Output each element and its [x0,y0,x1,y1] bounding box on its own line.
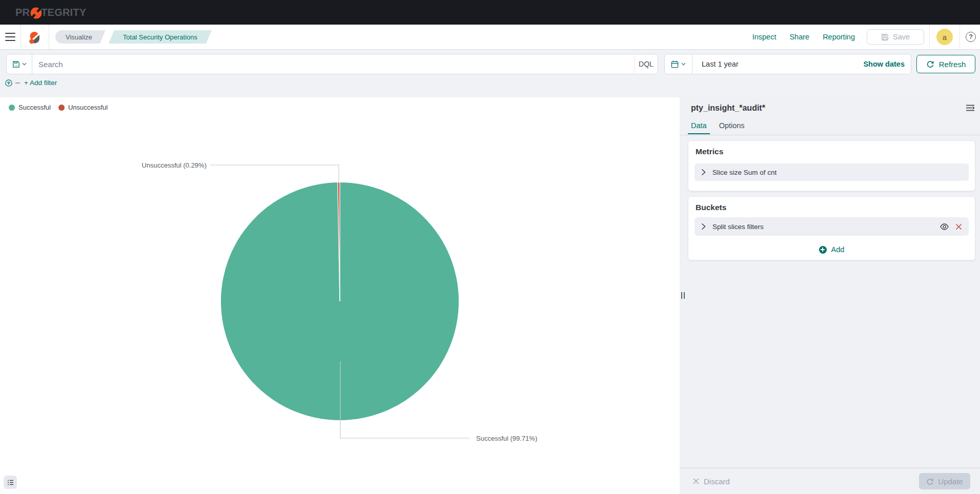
divider [680,135,980,135]
divider [929,25,930,49]
share-link[interactable]: Share [789,33,809,41]
metric-slice-size-row[interactable]: Slice size Sum of cnt [695,163,969,181]
pie-chart: Unsuccessful (0.29%) Successful (99.71%) [0,97,680,494]
brand-header: PR TEGRITY [0,0,980,25]
metrics-heading: Metrics [696,147,975,156]
time-range-value[interactable]: Last 1 year [692,60,863,68]
legend-toggle-button[interactable] [4,476,17,489]
user-avatar[interactable]: a [936,29,953,45]
metric-row-label: Slice size Sum of cnt [712,169,777,176]
divider [959,25,960,49]
refresh-button[interactable]: Refresh [916,55,975,73]
legend-item-successful[interactable]: Successful [9,104,51,111]
app-logo-icon[interactable] [28,31,42,45]
legend-dot-unsuccessful [58,105,65,111]
nav-actions: Inspect Share Reporting Save a ? [746,25,980,49]
save-label: Save [893,33,910,41]
legend-label: Unsuccessful [68,104,108,111]
filter-dash [15,83,20,84]
label-leader-line [210,165,339,183]
save-button[interactable]: Save [867,29,924,45]
search-input[interactable]: Search [32,60,634,69]
divider [49,25,49,49]
bucket-split-slices-row[interactable]: Split slices filters [695,217,969,236]
tab-data[interactable]: Data [688,121,710,134]
plus-icon [819,246,827,254]
legend-dot-successful [9,105,15,111]
chevron-down-icon [22,63,27,66]
save-icon [881,33,889,41]
add-bucket-button[interactable]: Add [688,243,975,256]
chevron-right-icon [701,223,706,230]
pie-label-unsuccessful: Unsuccessful (0.29%) [142,161,207,169]
filter-icon [5,79,12,87]
help-icon[interactable]: ? [966,32,976,42]
show-dates-button[interactable]: Show dates [863,60,911,68]
saved-query-menu-button[interactable] [7,54,32,74]
breadcrumb-current-visualization: Total Security Operations [109,30,212,44]
breadcrumbs: Visualize Total Security Operations [55,30,212,44]
menu-hamburger-icon[interactable] [0,25,21,49]
refresh-label: Refresh [939,60,966,69]
remove-x-icon[interactable] [955,223,962,230]
bucket-row-label: Split slices filters [712,223,764,231]
update-label: Update [938,477,963,486]
search-box: Search DQL [6,54,658,74]
discard-label: Discard [704,477,730,486]
logo-text-post: TEGRITY [41,7,86,18]
chart-legend: Successful Unsuccessful [9,104,115,111]
discard-button[interactable]: Discard [693,477,730,486]
protegrity-logo-icon [30,7,40,17]
chevron-right-icon [701,169,706,176]
inspect-link[interactable]: Inspect [752,33,777,41]
add-filter-button[interactable]: + Add filter [24,79,57,87]
sidebar-footer: Discard Update [680,468,980,494]
list-icon [7,479,14,486]
collapse-sidebar-icon[interactable] [966,104,975,114]
vis-editor-sidebar: pty_insight_*audit* Data Options Metrics… [680,97,980,494]
panel-resize-handle[interactable] [681,292,685,299]
buckets-heading: Buckets [696,203,975,212]
date-picker: Last 1 year Show dates [664,54,911,74]
logo-text-pre: PR [15,7,30,18]
filter-bar: + Add filter [5,79,57,87]
reporting-link[interactable]: Reporting [823,33,855,41]
refresh-icon [926,60,934,68]
date-quick-menu-button[interactable] [665,54,692,74]
metrics-card: Metrics Slice size Sum of cnt [688,140,975,191]
sidebar-tabs: Data Options [688,121,748,134]
query-bar: Search DQL Last 1 year Show dates Refres… [0,50,980,97]
close-x-icon [693,478,699,484]
add-label: Add [831,245,845,254]
saved-query-icon [12,60,20,68]
app-nav-bar: Visualize Total Security Operations Insp… [0,25,980,50]
buckets-card: Buckets Split slices filters Add [688,196,975,260]
tab-options[interactable]: Options [716,121,748,134]
refresh-icon [926,478,934,485]
visualization-area: Successful Unsuccessful Unsuccessful (0.… [0,97,680,494]
legend-item-unsuccessful[interactable]: Unsuccessful [58,104,108,111]
index-pattern-title: pty_insight_*audit* [691,104,765,113]
chevron-down-icon [681,63,686,66]
legend-label: Successful [18,104,51,111]
calendar-icon [671,60,679,68]
breadcrumb-visualize[interactable]: Visualize [55,30,106,44]
protegrity-logo: PR TEGRITY [15,7,86,18]
query-language-button[interactable]: DQL [634,54,658,74]
divider [21,25,21,49]
eye-icon[interactable] [940,223,949,230]
update-button[interactable]: Update [919,473,970,489]
pie-label-successful: Successful (99.71%) [476,435,537,442]
